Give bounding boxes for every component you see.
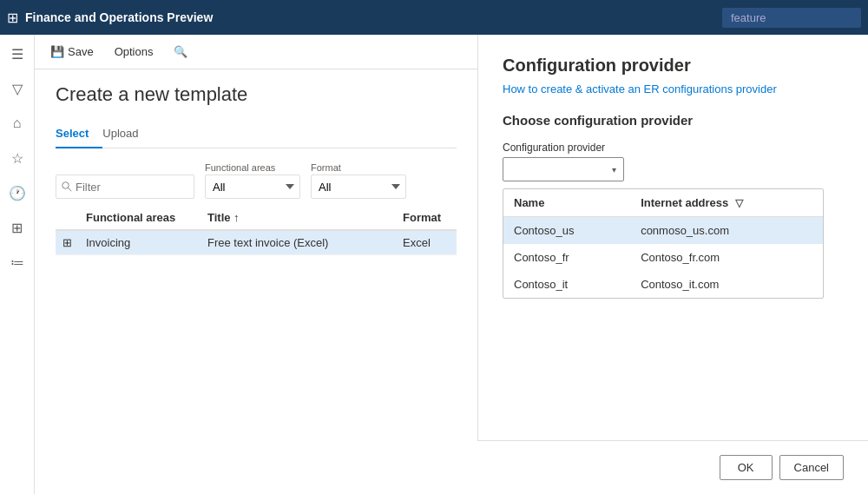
row-functional-areas: Invoicing xyxy=(79,230,201,255)
save-button[interactable]: 💾 Save xyxy=(45,42,99,62)
tab-select[interactable]: Select xyxy=(56,120,102,148)
row-title: Free text invoice (Excel) xyxy=(201,230,396,255)
search-icon: 🔍 xyxy=(174,45,187,58)
config-section-title: Choose configuration provider xyxy=(503,113,844,128)
right-panel: Configuration provider How to create & a… xyxy=(477,35,868,440)
config-link[interactable]: How to create & activate an ER configura… xyxy=(503,82,844,96)
provider-name: Contoso_us xyxy=(503,217,630,245)
app-title: Finance and Operations Preview xyxy=(25,10,722,24)
template-table: Functional areas Title ↑ Format ⊞ Invoic… xyxy=(56,206,457,255)
filter-search-group xyxy=(56,175,194,199)
provider-dropdown-table: Name Internet address ▽ Contoso_us xyxy=(503,188,824,299)
row-icon: ⊞ xyxy=(56,230,79,255)
provider-row[interactable]: Contoso_it Contoso_it.com xyxy=(503,271,823,298)
sidebar-hamburger[interactable]: ☰ xyxy=(2,38,33,69)
table-row[interactable]: ⊞ Invoicing Free text invoice (Excel) Ex… xyxy=(56,230,457,255)
toolbar: 💾 Save Options 🔍 xyxy=(35,35,477,69)
provider-address: Contoso_it.com xyxy=(630,271,823,298)
options-label: Options xyxy=(115,45,154,58)
grid-icon: ⊞ xyxy=(7,10,18,26)
sidebar-home[interactable]: ⌂ xyxy=(2,108,33,139)
provider-name: Contoso_it xyxy=(503,271,630,298)
config-field-label: Configuration provider xyxy=(503,142,844,154)
top-bar: ⊞ Finance and Operations Preview xyxy=(0,0,868,35)
provider-name: Contoso_fr xyxy=(503,244,630,271)
save-icon: 💾 xyxy=(50,45,64,58)
provider-address: conmoso_us.com xyxy=(630,217,823,245)
config-title: Configuration provider xyxy=(503,56,844,76)
th-icon xyxy=(56,206,79,230)
sidebar: ☰ ▽ ⌂ ☆ 🕐 ⊞ ≔ xyxy=(0,35,35,494)
format-label: Format xyxy=(311,162,406,173)
functional-areas-label: Functional areas xyxy=(205,162,300,173)
dth-internet-address: Internet address ▽ xyxy=(630,189,823,217)
functional-areas-select[interactable]: All xyxy=(205,175,300,199)
top-search-input[interactable] xyxy=(722,8,861,28)
bottom-buttons: OK Cancel xyxy=(477,440,868,494)
options-button[interactable]: Options xyxy=(109,42,159,62)
row-format: Excel xyxy=(396,230,457,255)
save-label: Save xyxy=(68,45,94,58)
filters-row: Functional areas All Format All xyxy=(56,162,457,199)
th-format: Format xyxy=(396,206,457,230)
right-panel-wrapper: Configuration provider How to create & a… xyxy=(477,35,868,494)
format-select[interactable]: All xyxy=(311,175,406,199)
cancel-button[interactable]: Cancel xyxy=(779,455,844,480)
provider-row[interactable]: Contoso_us conmoso_us.com xyxy=(503,217,823,245)
tabs-container: Select Upload xyxy=(56,120,457,148)
page-title: Create a new template xyxy=(56,83,457,106)
provider-address: Contoso_fr.com xyxy=(630,244,823,271)
left-panel: 💾 Save Options 🔍 Create a new template S… xyxy=(35,35,477,494)
tab-upload[interactable]: Upload xyxy=(102,120,152,148)
filter-icon: ▽ xyxy=(735,197,743,209)
ok-button[interactable]: OK xyxy=(720,455,773,480)
sidebar-recent[interactable]: 🕐 xyxy=(2,177,33,208)
filter-format-group: Format All xyxy=(311,162,406,199)
th-title: Title ↑ xyxy=(201,206,396,230)
provider-row[interactable]: Contoso_fr Contoso_fr.com xyxy=(503,244,823,271)
filter-functional-group: Functional areas All xyxy=(205,162,300,199)
th-functional-areas: Functional areas xyxy=(79,206,201,230)
page-content: Create a new template Select Upload Func… xyxy=(35,69,477,494)
dropdown-arrow-icon: ▾ xyxy=(612,165,616,175)
sidebar-favorites[interactable]: ☆ xyxy=(2,142,33,174)
filter-input[interactable] xyxy=(56,175,194,199)
search-button[interactable]: 🔍 xyxy=(168,42,193,62)
sidebar-modules[interactable]: ≔ xyxy=(2,247,33,278)
dth-name: Name xyxy=(503,189,630,217)
sidebar-workspaces[interactable]: ⊞ xyxy=(2,212,33,243)
sidebar-filter[interactable]: ▽ xyxy=(2,73,33,104)
config-provider-dropdown[interactable]: ▾ xyxy=(503,157,624,181)
content-area: 💾 Save Options 🔍 Create a new template S… xyxy=(35,35,868,494)
